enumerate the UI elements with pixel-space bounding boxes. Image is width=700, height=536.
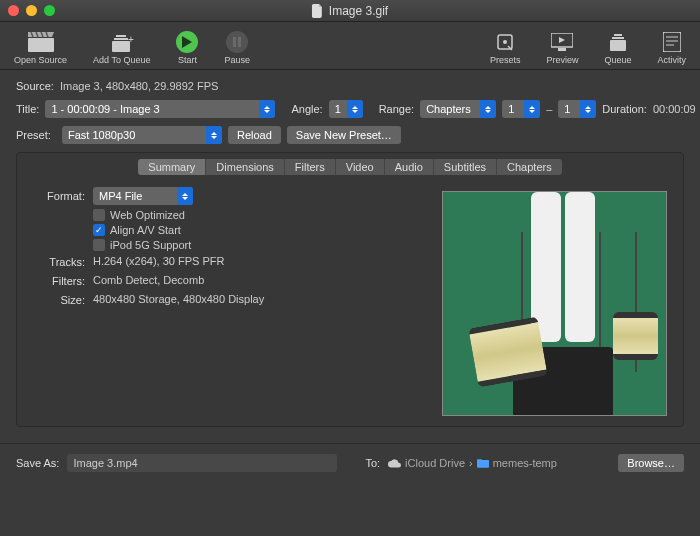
- tab-subtitles[interactable]: Subtitles: [434, 159, 497, 175]
- presets-button[interactable]: Presets: [486, 30, 525, 65]
- format-label: Format:: [33, 190, 85, 202]
- preview-icon: [551, 30, 573, 54]
- web-optimized-checkbox[interactable]: Web Optimized: [93, 209, 422, 221]
- svg-rect-3: [116, 35, 126, 37]
- folder-icon: [477, 458, 489, 468]
- queue-button[interactable]: Queue: [600, 30, 635, 65]
- tab-audio[interactable]: Audio: [385, 159, 434, 175]
- format-select[interactable]: MP4 File: [93, 187, 193, 205]
- chevrons-icon: [206, 126, 222, 144]
- size-value: 480x480 Storage, 480x480 Display: [93, 293, 264, 306]
- window-title-text: Image 3.gif: [329, 4, 388, 18]
- reload-button[interactable]: Reload: [228, 126, 281, 144]
- svg-rect-5: [233, 37, 236, 47]
- svg-rect-12: [612, 37, 624, 39]
- preview-thumbnail: [442, 191, 667, 416]
- align-av-checkbox[interactable]: Align A/V Start: [93, 224, 422, 236]
- save-as-label: Save As:: [16, 457, 59, 469]
- svg-point-8: [503, 40, 507, 44]
- range-separator: –: [546, 103, 552, 115]
- preview-label: Preview: [546, 55, 578, 65]
- pause-label: Pause: [224, 55, 250, 65]
- zoom-window-button[interactable]: [44, 5, 55, 16]
- checkbox-icon: [93, 239, 105, 251]
- tab-filters[interactable]: Filters: [285, 159, 336, 175]
- save-as-input[interactable]: [67, 454, 337, 472]
- activity-button[interactable]: Activity: [653, 30, 690, 65]
- title-label: Title:: [16, 103, 39, 115]
- tracks-value: H.264 (x264), 30 FPS PFR: [93, 255, 224, 268]
- svg-text:+: +: [128, 34, 134, 45]
- toolbar: Open Source + Add To Queue Start Pause P…: [0, 22, 700, 70]
- tab-dimensions[interactable]: Dimensions: [206, 159, 284, 175]
- start-label: Start: [178, 55, 197, 65]
- destination-path[interactable]: iCloud Drive › memes-temp: [388, 457, 557, 469]
- ipod-checkbox[interactable]: iPod 5G Support: [93, 239, 422, 251]
- range-from-select[interactable]: 1: [502, 100, 540, 118]
- title-select[interactable]: 1 - 00:00:09 - Image 3: [45, 100, 275, 118]
- window-controls: [8, 5, 55, 16]
- tracks-label: Tracks:: [33, 255, 85, 268]
- queue-add-icon: +: [110, 30, 134, 54]
- add-to-queue-label: Add To Queue: [93, 55, 150, 65]
- tab-chapters[interactable]: Chapters: [497, 159, 562, 175]
- chevrons-icon: [347, 100, 363, 118]
- duration-value: 00:00:09: [653, 103, 696, 115]
- chevrons-icon: [524, 100, 540, 118]
- range-label: Range:: [379, 103, 414, 115]
- pause-button[interactable]: Pause: [220, 30, 254, 65]
- titlebar: Image 3.gif: [0, 0, 700, 22]
- preset-label: Preset:: [16, 129, 56, 141]
- document-icon: [312, 4, 324, 18]
- clapperboard-icon: [28, 30, 54, 54]
- tab-summary[interactable]: Summary: [138, 159, 206, 175]
- chevrons-icon: [480, 100, 496, 118]
- tabs: Summary Dimensions Filters Video Audio S…: [17, 153, 683, 181]
- activity-icon: [663, 30, 681, 54]
- checkbox-icon: [93, 209, 105, 221]
- activity-label: Activity: [657, 55, 686, 65]
- preset-select[interactable]: Fast 1080p30: [62, 126, 222, 144]
- chevrons-icon: [580, 100, 596, 118]
- save-new-preset-button[interactable]: Save New Preset…: [287, 126, 401, 144]
- queue-icon: [607, 30, 629, 54]
- path-segment: memes-temp: [493, 457, 557, 469]
- angle-label: Angle:: [291, 103, 322, 115]
- main-content: Source: Image 3, 480x480, 29.9892 FPS Ti…: [0, 70, 700, 435]
- presets-icon: [495, 30, 515, 54]
- filters-value: Comb Detect, Decomb: [93, 274, 204, 287]
- svg-rect-0: [28, 38, 54, 52]
- open-source-label: Open Source: [14, 55, 67, 65]
- cloud-icon: [388, 459, 401, 468]
- source-label: Source:: [16, 80, 54, 92]
- minimize-window-button[interactable]: [26, 5, 37, 16]
- open-source-button[interactable]: Open Source: [10, 30, 71, 65]
- size-label: Size:: [33, 293, 85, 306]
- start-button[interactable]: Start: [172, 30, 202, 65]
- presets-label: Presets: [490, 55, 521, 65]
- chevron-right-icon: ›: [469, 457, 473, 469]
- tab-video[interactable]: Video: [336, 159, 385, 175]
- svg-rect-2: [114, 38, 128, 40]
- source-value: Image 3, 480x480, 29.9892 FPS: [60, 80, 218, 92]
- range-to-select[interactable]: 1: [558, 100, 596, 118]
- path-segment: iCloud Drive: [405, 457, 465, 469]
- svg-rect-13: [614, 34, 622, 36]
- preview-button[interactable]: Preview: [542, 30, 582, 65]
- pause-icon: [226, 31, 248, 53]
- duration-label: Duration:: [602, 103, 647, 115]
- checkbox-checked-icon: [93, 224, 105, 236]
- settings-panel: Summary Dimensions Filters Video Audio S…: [16, 152, 684, 427]
- close-window-button[interactable]: [8, 5, 19, 16]
- queue-label: Queue: [604, 55, 631, 65]
- add-to-queue-button[interactable]: + Add To Queue: [89, 30, 154, 65]
- range-select[interactable]: Chapters: [420, 100, 496, 118]
- browse-button[interactable]: Browse…: [618, 454, 684, 472]
- window-title: Image 3.gif: [312, 4, 388, 18]
- svg-rect-6: [238, 37, 241, 47]
- play-icon: [176, 31, 198, 53]
- svg-rect-14: [663, 32, 681, 52]
- angle-select[interactable]: 1: [329, 100, 363, 118]
- svg-rect-10: [558, 48, 566, 51]
- bottom-bar: Save As: To: iCloud Drive › memes-temp B…: [0, 443, 700, 482]
